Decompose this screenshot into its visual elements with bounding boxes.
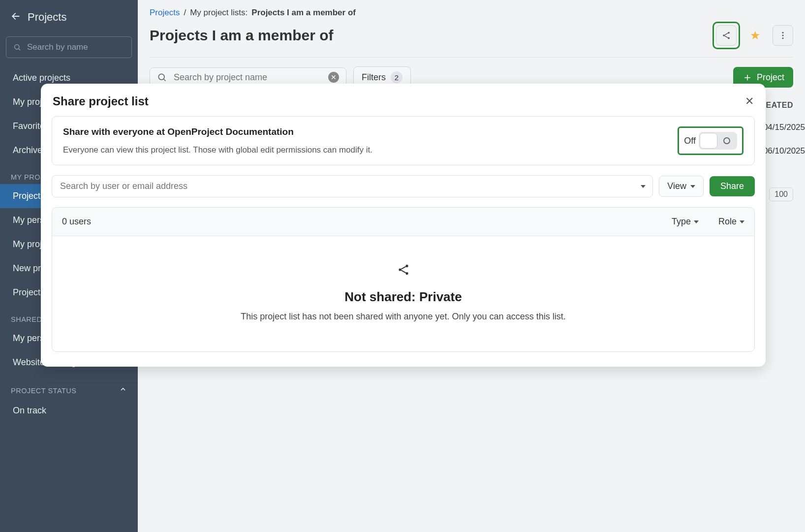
user-search-input[interactable] — [59, 181, 641, 192]
close-icon[interactable]: ✕ — [745, 95, 754, 108]
users-count: 0 users — [62, 217, 91, 227]
breadcrumb-prefix: My project lists: — [190, 8, 248, 18]
svg-point-1 — [15, 45, 19, 49]
permission-select[interactable]: View — [659, 176, 704, 197]
back-arrow-icon[interactable] — [11, 11, 21, 24]
user-search[interactable] — [52, 175, 653, 197]
kebab-icon — [778, 31, 788, 40]
breadcrumb: Projects / My project lists: Projects I … — [150, 0, 793, 18]
favorite-button[interactable]: ★ — [745, 25, 766, 46]
new-project-label: Project — [757, 72, 784, 83]
breadcrumb-projects-link[interactable]: Projects — [150, 8, 180, 18]
svg-point-6 — [782, 32, 784, 33]
chevron-down-icon — [641, 185, 646, 188]
page-title: Projects I am a member of — [150, 27, 333, 44]
share-button-highlight — [712, 22, 740, 49]
share-icon — [721, 31, 731, 40]
toggle-state-label: Off — [684, 136, 696, 146]
modal-title: Share project list — [53, 94, 149, 108]
svg-point-12 — [405, 265, 408, 267]
empty-state: Not shared: Private This project list ha… — [52, 236, 754, 351]
toggle-off-indicator-icon — [723, 137, 730, 144]
permission-select-label: View — [667, 181, 686, 191]
sidebar-search[interactable] — [6, 36, 132, 58]
filters-label: Filters — [362, 72, 386, 83]
chevron-down-icon — [694, 220, 699, 223]
chevron-up-icon — [119, 385, 127, 396]
empty-title: Not shared: Private — [67, 289, 740, 305]
svg-point-11 — [399, 268, 401, 271]
chevron-down-icon — [690, 185, 695, 188]
sidebar-status-0[interactable]: On track — [0, 399, 138, 423]
share-everyone-panel: Share with everyone at OpenProject Docum… — [52, 116, 755, 165]
share-everyone-heading: Share with everyone at OpenProject Docum… — [63, 126, 372, 137]
type-filter[interactable]: Type — [672, 217, 699, 227]
row-date-0: 04/15/2025 — [763, 116, 805, 139]
svg-point-8 — [782, 37, 784, 39]
filters-count-badge: 2 — [391, 71, 402, 83]
svg-point-3 — [723, 34, 725, 36]
star-icon: ★ — [750, 29, 761, 42]
svg-point-5 — [728, 37, 730, 39]
svg-line-10 — [164, 79, 166, 81]
share-button-modal[interactable]: Share — [710, 176, 755, 196]
shared-users-panel: 0 users Type Role Not shared: Private Th… — [52, 207, 755, 352]
clear-search-icon[interactable]: ✕ — [328, 72, 339, 83]
svg-point-7 — [782, 35, 784, 36]
svg-point-4 — [728, 32, 730, 34]
sidebar-title: Projects — [28, 11, 66, 24]
svg-point-13 — [405, 272, 408, 275]
pager-size-select[interactable]: 100 — [769, 188, 793, 201]
sidebar-search-input[interactable] — [26, 42, 124, 53]
role-filter[interactable]: Role — [718, 217, 744, 227]
share-everyone-toggle-highlight: Off — [678, 126, 743, 155]
project-search-input[interactable] — [173, 72, 322, 83]
more-actions-button[interactable] — [773, 25, 793, 46]
sidebar-section-status[interactable]: PROJECT STATUS — [0, 375, 138, 399]
toggle-thumb — [700, 133, 717, 149]
search-icon — [157, 72, 167, 82]
share-everyone-sub: Everyone can view this project list. Tho… — [63, 145, 372, 155]
chevron-down-icon — [740, 220, 744, 223]
search-icon — [13, 43, 21, 52]
breadcrumb-current: Projects I am a member of — [251, 8, 356, 18]
row-date-1: 06/10/2025 — [763, 139, 805, 163]
empty-text: This project list has not been shared wi… — [67, 312, 740, 322]
share-modal: Share project list ✕ Share with everyone… — [41, 84, 766, 367]
svg-line-2 — [19, 49, 20, 50]
share-icon — [397, 263, 410, 277]
share-everyone-toggle[interactable] — [699, 132, 737, 150]
svg-point-9 — [158, 74, 164, 80]
plus-icon: ＋ — [742, 72, 753, 83]
share-button[interactable] — [716, 25, 737, 46]
